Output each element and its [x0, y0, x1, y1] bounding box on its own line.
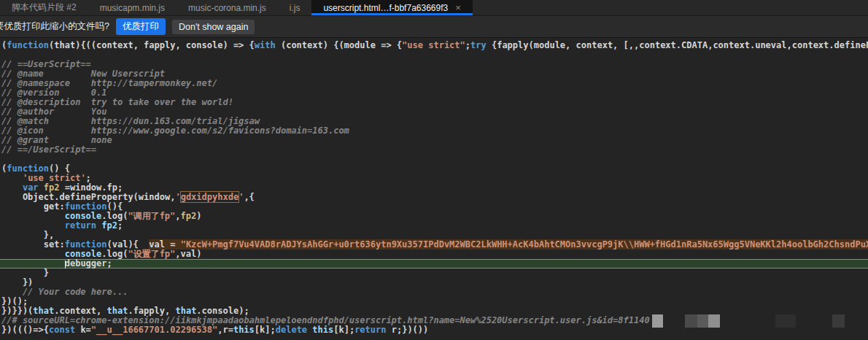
code-token: (val){ [107, 239, 150, 250]
code-token: that [33, 306, 54, 316]
code-line[interactable]: })((()=>{const k="__u__16667701.02296538… [1, 325, 868, 335]
code-token: 'use strict' [23, 173, 86, 183]
code-token [1, 258, 65, 268]
code-line[interactable]: // ==/UserScript== [1, 145, 868, 155]
code-editor[interactable]: (function(that){((context, fapply, conso… [0, 38, 868, 340]
editor-tab[interactable]: userscript.html…f-bbf7a63669f3× [311, 0, 472, 15]
code-line[interactable] [1, 155, 868, 164]
code-token: ,{ [244, 192, 254, 202]
code-token: ' [175, 192, 180, 202]
code-token: "KzcW+Pmgf7Vu4VAD8rADJYsAhGGr+u0rt636ytn… [181, 239, 868, 250]
code-token: "调用了fp" [128, 211, 175, 221]
editor-tab[interactable]: 脚本代码片段 #2 [0, 0, 88, 15]
code-token: val = [149, 239, 180, 250]
code-token: "设置了fp" [128, 249, 175, 259]
code-token: () { [49, 163, 70, 174]
code-token: })}})( [1, 306, 33, 316]
code-token: function [7, 40, 49, 50]
code-line[interactable]: Object.defineProperty(window,'gdxidpyhxd… [1, 193, 868, 202]
code-token: .console); [196, 306, 249, 316]
code-token: with [255, 40, 276, 50]
tab-label: musicapm.min.js [100, 3, 165, 13]
code-token: Object.defineProperty(window, [1, 192, 175, 202]
code-token: })(); [1, 296, 28, 306]
code-token: ; [86, 173, 91, 183]
code-token: r;})()) [387, 325, 429, 335]
code-token: ; [107, 258, 112, 268]
code-token: ,r= [217, 325, 233, 335]
code-token: } [1, 268, 49, 278]
code-token: "use strict" [402, 40, 465, 50]
code-token: // @grant none [1, 135, 112, 145]
code-line[interactable]: console.log("调用了fp",fp2) [1, 212, 868, 221]
code-token: }) [1, 277, 33, 287]
code-token: // @name New Userscript [1, 69, 165, 79]
code-token: [k]; [255, 325, 276, 335]
code-token: // @namespace http://tampermonkey.net/ [1, 78, 217, 88]
code-token: gdxidpyhxde [181, 192, 239, 202]
code-line[interactable]: 'use strict'; [1, 174, 868, 183]
code-token: {fapply(module, context, [,,context.CDAT… [487, 40, 868, 50]
code-token: return [354, 325, 386, 335]
code-token: this [233, 325, 255, 335]
code-token: (){ [107, 201, 123, 212]
code-token: .context, [54, 306, 106, 316]
code-token: function [7, 163, 49, 174]
code-token: // @description try to take over the wor… [1, 97, 233, 107]
code-token: try [470, 40, 487, 50]
tab-bar: 脚本代码片段 #2musicapm.min.jsmusic-corona.min… [0, 0, 868, 16]
code-line[interactable]: // @grant none [1, 136, 868, 145]
code-token: ,val) [175, 249, 201, 259]
code-token: var [23, 182, 39, 193]
pretty-print-button[interactable]: 优质打印 [116, 18, 166, 35]
editor-tab[interactable]: i.js [278, 0, 312, 15]
dont-show-again-button[interactable]: Don't show again [172, 20, 255, 34]
tab-label: music-corona.min.js [188, 3, 266, 13]
code-token: k= [75, 325, 91, 335]
code-token: console [65, 211, 102, 221]
code-token [1, 220, 65, 231]
code-line-debugger-paused[interactable]: debugger; [0, 259, 868, 268]
editor-tab[interactable]: musicapm.min.js [88, 0, 177, 15]
code-token: // @icon https://www.google.com/s2/favic… [1, 125, 349, 136]
code-token: const [49, 325, 75, 335]
tab-label: 脚本代码片段 #2 [12, 1, 77, 14]
code-line[interactable] [1, 50, 868, 60]
code-line[interactable]: // @description try to take over the wor… [1, 98, 868, 107]
code-line[interactable]: }) [1, 278, 868, 287]
code-token: console [65, 249, 102, 259]
editor-tab[interactable]: music-corona.min.js [177, 0, 278, 15]
pretty-print-infobar: 要优质打印此缩小的文件吗? 优质打印 Don't show again [0, 16, 868, 38]
code-line[interactable]: // @namespace http://tampermonkey.net/ [1, 79, 868, 88]
code-line[interactable]: (function(that){((context, fapply, conso… [1, 41, 868, 50]
code-line[interactable]: return fp2; [1, 221, 868, 231]
code-token: fp2 [44, 182, 60, 193]
code-token: that [107, 306, 128, 316]
code-line[interactable]: (function() { [1, 164, 868, 174]
code-token: ) [196, 211, 201, 221]
code-line[interactable]: // @icon https://www.google.com/s2/favic… [1, 126, 868, 136]
code-line[interactable]: } [1, 268, 868, 278]
code-token: // @version 0.1 [1, 88, 107, 98]
code-token: // @author You [1, 107, 107, 117]
code-line[interactable]: console.log("设置了fp",val) [1, 250, 868, 259]
code-token: })((()=>{ [1, 325, 49, 335]
code-token [1, 173, 23, 183]
code-token: get: [1, 201, 65, 212]
code-token: that [175, 306, 196, 316]
code-token: // Your code here... [1, 287, 128, 297]
code-line[interactable]: // Your code here... [1, 287, 868, 297]
tab-close-icon[interactable]: × [455, 3, 461, 12]
code-token: "__u__16667701.02296538" [91, 325, 217, 335]
code-token: .fapply, [128, 306, 175, 316]
code-token: =window.fp; [60, 182, 123, 193]
code-token: return [65, 220, 96, 231]
infobar-message: 要优质打印此缩小的文件吗? [0, 20, 109, 33]
code-token: // ==UserScript== [1, 59, 91, 69]
code-token: // @match https://dun.163.com/trial/jigs… [1, 116, 260, 126]
code-token: .log( [101, 249, 128, 259]
code-token: function [65, 239, 107, 250]
code-token: set: [1, 239, 65, 250]
code-token: .log( [101, 211, 128, 221]
code-token: }, [1, 230, 54, 240]
